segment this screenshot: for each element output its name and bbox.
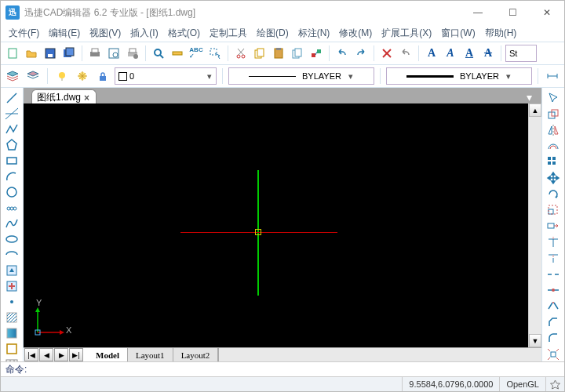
- layer-selector[interactable]: 0 ▾: [115, 67, 217, 85]
- print-icon[interactable]: [86, 45, 104, 62]
- strike-button[interactable]: A: [479, 47, 497, 60]
- status-annotation-icon[interactable]: [545, 377, 564, 391]
- layout-tab-layout1[interactable]: Layout1: [128, 348, 173, 361]
- minimize-button[interactable]: —: [461, 1, 495, 24]
- revcloud-tool-icon[interactable]: [3, 201, 20, 215]
- ellipse-tool-icon[interactable]: [3, 232, 20, 246]
- print-preview-icon[interactable]: [105, 45, 122, 62]
- horizontal-scrollbar[interactable]: [218, 348, 541, 361]
- layout-tab-layout2[interactable]: Layout2: [173, 348, 219, 361]
- copy-tool-icon[interactable]: [545, 107, 562, 121]
- break-at-point-icon[interactable]: [545, 283, 562, 297]
- line-tool-icon[interactable]: [3, 91, 20, 105]
- layer-on-icon[interactable]: [53, 67, 71, 85]
- tab-nav-last[interactable]: ▶|: [69, 348, 83, 361]
- layout-tab-model[interactable]: Model: [88, 348, 128, 361]
- copyclip-icon[interactable]: [289, 45, 306, 62]
- dim-style-icon[interactable]: [544, 67, 561, 85]
- layer-freeze-icon[interactable]: [74, 67, 91, 85]
- scroll-up-icon[interactable]: ▲: [529, 103, 541, 117]
- undo2-icon[interactable]: [397, 45, 414, 62]
- close-tab-icon[interactable]: ×: [84, 93, 89, 103]
- mirror-tool-icon[interactable]: [545, 123, 562, 137]
- plot-settings-icon[interactable]: [124, 45, 141, 62]
- menu-format[interactable]: 格式(O): [163, 25, 205, 42]
- erase-icon[interactable]: [378, 45, 396, 62]
- save-icon[interactable]: [42, 45, 59, 62]
- layer-states-icon[interactable]: [24, 67, 42, 85]
- scale-tool-icon[interactable]: [545, 203, 562, 217]
- move-tool-icon[interactable]: [545, 171, 562, 185]
- rotate-tool-icon[interactable]: [545, 187, 562, 201]
- new-icon[interactable]: [4, 45, 21, 62]
- make-block-icon[interactable]: [3, 279, 20, 293]
- vertical-scrollbar[interactable]: ▲ ▼: [528, 103, 541, 347]
- menu-view[interactable]: 视图(V): [85, 25, 126, 42]
- document-tabs-menu-icon[interactable]: ▾: [522, 91, 537, 103]
- fillet-tool-icon[interactable]: [545, 331, 562, 345]
- xline-tool-icon[interactable]: [3, 107, 20, 121]
- explode-tool-icon[interactable]: [545, 347, 562, 361]
- status-renderer[interactable]: OpenGL: [499, 377, 545, 391]
- underline-button[interactable]: A: [461, 47, 478, 60]
- tab-nav-first[interactable]: |◀: [24, 348, 38, 361]
- menu-ext-tools[interactable]: 扩展工具(X): [377, 25, 436, 42]
- arc-tool-icon[interactable]: [3, 169, 20, 183]
- extend-tool-icon[interactable]: [545, 251, 562, 265]
- menu-edit[interactable]: 编辑(E): [44, 25, 85, 42]
- find-icon[interactable]: [150, 45, 167, 62]
- menu-custom-tools[interactable]: 定制工具: [205, 25, 252, 42]
- polyline-tool-icon[interactable]: [3, 122, 20, 136]
- menu-file[interactable]: 文件(F): [4, 25, 44, 42]
- tab-nav-prev[interactable]: ◀: [39, 348, 53, 361]
- array-tool-icon[interactable]: [545, 155, 562, 169]
- close-button[interactable]: ✕: [530, 1, 564, 24]
- rectangle-tool-icon[interactable]: [3, 154, 20, 168]
- maximize-button[interactable]: ☐: [495, 1, 530, 24]
- menu-help[interactable]: 帮助(H): [480, 25, 522, 42]
- bold-button[interactable]: A: [423, 47, 440, 60]
- insert-block-icon[interactable]: [3, 263, 20, 278]
- ellipse-arc-tool-icon[interactable]: [3, 248, 20, 262]
- stretch-tool-icon[interactable]: [545, 219, 562, 233]
- menu-draw[interactable]: 绘图(D): [252, 25, 293, 42]
- linetype-selector[interactable]: BYLAYER▾: [228, 67, 374, 85]
- document-tab-active[interactable]: 图纸1.dwg ×: [31, 89, 97, 104]
- point-tool-icon[interactable]: [3, 295, 20, 309]
- offset-tool-icon[interactable]: [545, 139, 562, 153]
- polygon-tool-icon[interactable]: [3, 138, 20, 152]
- copy-icon[interactable]: [251, 45, 268, 62]
- command-line[interactable]: 命令:: [1, 361, 564, 376]
- canvas[interactable]: Y X: [24, 103, 528, 347]
- redo-icon[interactable]: [352, 45, 370, 62]
- menu-dimension[interactable]: 标注(N): [293, 25, 335, 42]
- saveall-icon[interactable]: [60, 45, 78, 62]
- trim-tool-icon[interactable]: [545, 235, 562, 249]
- chamfer-tool-icon[interactable]: [545, 315, 562, 329]
- scroll-down-icon[interactable]: ▼: [529, 334, 541, 347]
- tab-nav-next[interactable]: ▶: [54, 348, 68, 361]
- layer-lock-icon[interactable]: [94, 67, 111, 85]
- lineweight-selector[interactable]: BYLAYER▾: [386, 67, 532, 85]
- gradient-tool-icon[interactable]: [3, 326, 20, 340]
- spell-icon[interactable]: ABC✓: [188, 45, 205, 62]
- join-tool-icon[interactable]: [545, 299, 562, 313]
- paste-icon[interactable]: [270, 45, 287, 62]
- undo-icon[interactable]: [334, 45, 351, 62]
- pointer-tool-icon[interactable]: [545, 91, 562, 105]
- break-tool-icon[interactable]: [545, 267, 562, 281]
- hatch-tool-icon[interactable]: [3, 310, 20, 325]
- circle-tool-icon[interactable]: [3, 185, 20, 199]
- open-icon[interactable]: [23, 45, 40, 62]
- text-style-field[interactable]: St: [505, 45, 537, 62]
- quickselect-icon[interactable]: [206, 45, 224, 62]
- region-tool-icon[interactable]: [3, 342, 20, 356]
- menu-insert[interactable]: 插入(I): [126, 25, 162, 42]
- menu-modify[interactable]: 修改(M): [334, 25, 377, 42]
- matchprop-icon[interactable]: [308, 45, 325, 62]
- italic-button[interactable]: A: [442, 47, 459, 60]
- spline-tool-icon[interactable]: [3, 216, 20, 230]
- cut-icon[interactable]: [232, 45, 250, 62]
- measure-icon[interactable]: [169, 45, 186, 62]
- menu-window[interactable]: 窗口(W): [436, 25, 479, 42]
